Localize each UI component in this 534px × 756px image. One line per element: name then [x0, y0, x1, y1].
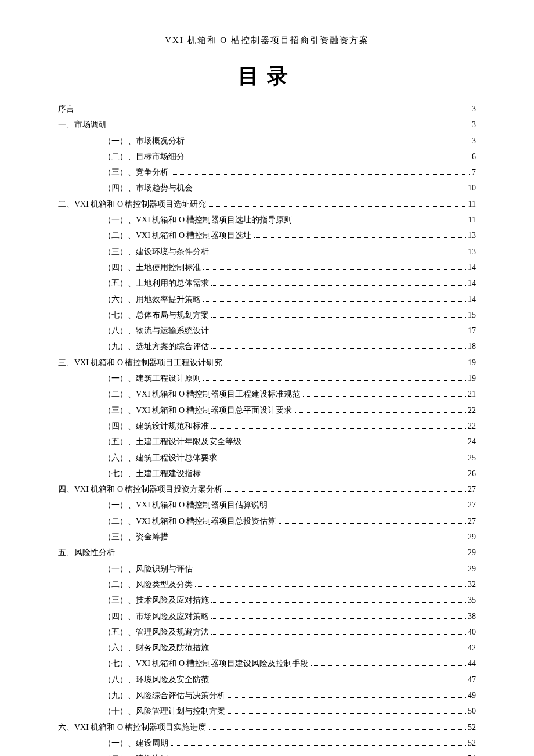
toc-leader-dots: [211, 285, 466, 286]
toc-entry-label: 三、VXI 机箱和 O 槽控制器项目工程设计研究: [58, 355, 223, 370]
toc-entry: （七）、土建工程建设指标26: [103, 466, 476, 481]
toc-entry: （十）、风险管理计划与控制方案50: [103, 703, 476, 719]
toc-entry: （三）、竞争分析7: [103, 164, 476, 180]
toc-entry-page: 32: [468, 577, 476, 592]
toc-leader-dots: [211, 348, 466, 349]
toc-entry-page: 18: [468, 339, 476, 354]
toc-entry: （五）、土地利用的总体需求14: [103, 275, 476, 291]
toc-leader-dots: [211, 650, 466, 650]
toc-leader-dots: [228, 697, 466, 698]
toc-entry: （一）、建筑工程设计原则19: [103, 370, 476, 386]
toc-leader-dots: [209, 729, 466, 730]
toc-leader-dots: [211, 602, 466, 603]
toc-entry: （八）、物流与运输系统设计17: [103, 323, 476, 339]
toc-entry-label: （七）、总体布局与规划方案: [103, 307, 209, 323]
toc-entry-page: 40: [468, 624, 476, 640]
toc-entry-label: （六）、用地效率提升策略: [103, 291, 201, 307]
toc-entry: （三）、技术风险及应对措施35: [103, 592, 476, 608]
toc-entry-page: 14: [468, 275, 476, 291]
toc-entry: （三）、建设环境与条件分析13: [103, 244, 476, 260]
toc-entry: （二）、风险类型及分类32: [103, 577, 476, 592]
toc-entry-label: （二）、VXI 机箱和 O 槽控制器项目总投资估算: [103, 513, 276, 529]
toc-leader-dots: [228, 713, 466, 714]
toc-entry-label: （三）、资金筹措: [103, 529, 168, 545]
toc-entry: （一）、建设周期52: [103, 735, 476, 751]
toc-entry: 一、市场调研3: [58, 117, 476, 132]
toc-entry-page: 17: [468, 323, 476, 339]
toc-entry-page: 6: [472, 149, 476, 164]
toc-leader-dots: [117, 555, 466, 555]
toc-entry: （七）、总体布局与规划方案15: [103, 307, 476, 323]
toc-entry-label: （九）、选址方案的综合评估: [103, 339, 209, 354]
toc-entry-page: 52: [468, 719, 476, 735]
toc-entry-page: 19: [468, 370, 476, 386]
toc-entry-label: （四）、土地使用控制标准: [103, 260, 201, 275]
toc-leader-dots: [244, 444, 466, 444]
toc-leader-dots: [187, 143, 470, 143]
toc-entry-label: （九）、风险综合评估与决策分析: [103, 687, 225, 703]
toc-entry: （二）、目标市场细分6: [103, 149, 476, 164]
toc-entry: （二）、VXI 机箱和 O 槽控制器项目选址13: [103, 228, 476, 243]
toc-entry: 序言3: [58, 101, 476, 117]
toc-title: 目录: [58, 62, 476, 91]
toc-entry-label: （十）、风险管理计划与控制方案: [103, 703, 225, 719]
toc-entry-page: 13: [468, 244, 476, 260]
toc-leader-dots: [295, 412, 466, 413]
toc-entry-page: 25: [468, 450, 476, 466]
toc-entry-label: （六）、建筑工程设计总体要求: [103, 450, 217, 466]
toc-leader-dots: [109, 127, 470, 127]
toc-entry: （三）、VXI 机箱和 O 槽控制器项目总平面设计要求22: [103, 402, 476, 418]
toc-leader-dots: [211, 254, 466, 254]
toc-entry-label: （五）、土地利用的总体需求: [103, 275, 209, 291]
toc-entry-page: 38: [468, 609, 476, 624]
toc-entry: （二）、VXI 机箱和 O 槽控制器项目工程建设标准规范21: [103, 386, 476, 402]
toc-entry-label: （八）、环境风险及安全防范: [103, 672, 209, 687]
page-header: VXI 机箱和 O 槽控制器项目招商引资融资方案: [58, 35, 476, 46]
toc-entry: （五）、管理风险及规避方法40: [103, 624, 476, 640]
toc-entry-label: 一、市场调研: [58, 117, 107, 132]
toc-container: 序言3一、市场调研3（一）、市场概况分析3（二）、目标市场细分6（三）、竞争分析…: [58, 101, 476, 756]
toc-entry: （九）、风险综合评估与决策分析49: [103, 687, 476, 703]
toc-entry-label: （四）、市场趋势与机会: [103, 180, 193, 196]
toc-entry-label: （六）、财务风险及防范措施: [103, 640, 209, 656]
toc-leader-dots: [171, 745, 466, 746]
toc-entry-label: （一）、市场概况分析: [103, 133, 185, 149]
toc-entry: 六、VXI 机箱和 O 槽控制器项目实施进度52: [58, 719, 476, 735]
toc-entry: （六）、建筑工程设计总体要求25: [103, 450, 476, 466]
toc-entry-page: 24: [468, 434, 476, 449]
toc-leader-dots: [211, 428, 466, 429]
toc-leader-dots: [211, 634, 466, 635]
toc-entry: （四）、市场趋势与机会10: [103, 180, 476, 196]
toc-entry: （一）、VXI 机箱和 O 槽控制器项目选址的指导原则11: [103, 212, 476, 228]
toc-leader-dots: [203, 476, 466, 476]
toc-leader-dots: [203, 269, 466, 270]
toc-entry-label: （一）、建筑工程设计原则: [103, 370, 201, 386]
toc-entry-page: 13: [468, 228, 476, 243]
toc-leader-dots: [211, 333, 466, 333]
toc-entry-label: （三）、技术风险及应对措施: [103, 592, 209, 608]
toc-entry-page: 14: [468, 291, 476, 307]
toc-leader-dots: [195, 190, 466, 190]
toc-entry: （一）、风险识别与评估29: [103, 561, 476, 577]
toc-entry: （四）、土地使用控制标准14: [103, 260, 476, 275]
toc-leader-dots: [219, 460, 466, 460]
toc-entry: 三、VXI 机箱和 O 槽控制器项目工程设计研究19: [58, 355, 476, 370]
toc-entry-page: 42: [468, 640, 476, 656]
toc-entry-page: 27: [468, 497, 476, 513]
toc-entry: （四）、市场风险及应对策略38: [103, 609, 476, 624]
toc-entry: （八）、环境风险及安全防范47: [103, 672, 476, 687]
toc-entry-page: 54: [468, 751, 476, 756]
toc-entry: 五、风险性分析29: [58, 545, 476, 560]
toc-entry-label: （五）、管理风险及规避方法: [103, 624, 209, 640]
toc-entry: （七）、VXI 机箱和 O 槽控制器项目建设风险及控制手段44: [103, 656, 476, 671]
toc-leader-dots: [211, 618, 466, 619]
toc-leader-dots: [270, 507, 466, 507]
toc-leader-dots: [211, 317, 466, 318]
toc-entry-label: （一）、风险识别与评估: [103, 561, 193, 577]
toc-entry-page: 27: [468, 513, 476, 529]
toc-entry-label: （二）、VXI 机箱和 O 槽控制器项目工程建设标准规范: [103, 386, 301, 402]
toc-leader-dots: [77, 111, 470, 111]
toc-entry-page: 27: [468, 481, 476, 497]
toc-entry: （六）、财务风险及防范措施42: [103, 640, 476, 656]
toc-entry-page: 29: [468, 545, 476, 560]
